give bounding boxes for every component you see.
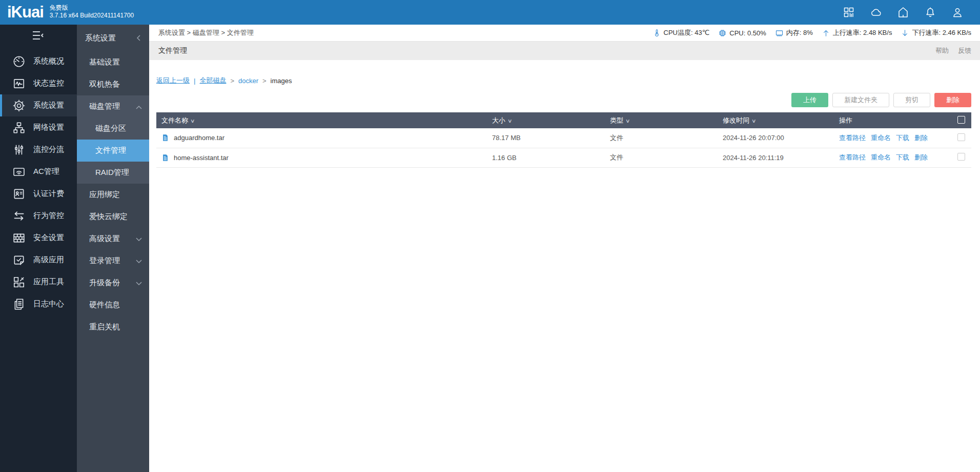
sidebar-item-security-settings[interactable]: 安全设置 (0, 227, 77, 249)
table-row: home-assistant.tar1.16 GB文件2024-11-26 20… (156, 148, 971, 167)
file-name: adguardhome.tar (174, 134, 224, 142)
build-label: 3.7.16 x64 Build202411141700 (50, 12, 134, 19)
bell-icon[interactable] (924, 6, 936, 18)
feedback-link[interactable]: 反馈 (958, 46, 971, 55)
file-name: home-assistant.tar (174, 154, 229, 162)
cut-button[interactable]: 剪切 (893, 93, 930, 107)
header-type[interactable]: 类型∨ (605, 112, 718, 128)
sidebar-item-status-monitor[interactable]: 状态监控 (0, 72, 77, 94)
sort-chevron-icon: ∨ (751, 118, 757, 124)
gear-icon (12, 99, 26, 112)
sidebar-item-flow-control[interactable]: 流控分流 (0, 139, 77, 161)
submenu-item-label: 应用绑定 (89, 190, 120, 200)
submenu-item-label: 磁盘分区 (95, 124, 126, 133)
gauge-icon (12, 55, 26, 68)
header-filename[interactable]: 文件名称∨ (156, 112, 487, 128)
submenu-item-upgrade-backup[interactable]: 升级备份 (77, 272, 149, 294)
sidebar-item-auth-billing[interactable]: 认证计费 (0, 183, 77, 205)
submenu-item-disk-partition[interactable]: 磁盘分区 (77, 117, 149, 140)
new-folder-button[interactable]: 新建文件夹 (832, 93, 889, 107)
rename-link[interactable]: 重命名 (871, 133, 891, 143)
file-icon (161, 133, 169, 142)
submenu-item-app-binding[interactable]: 应用绑定 (77, 184, 149, 206)
download-link[interactable]: 下载 (896, 153, 909, 162)
sidebar-item-log-center[interactable]: 日志中心 (0, 293, 77, 315)
submenu-item-disk-management[interactable]: 磁盘管理 (77, 95, 149, 117)
delete-link[interactable]: 删除 (914, 153, 928, 162)
submenu-item-file-management[interactable]: 文件管理 (77, 140, 149, 162)
submenu-item-login-management[interactable]: 登录管理 (77, 250, 149, 272)
home-icon[interactable] (897, 6, 909, 18)
submenu-item-raid-management[interactable]: RAID管理 (77, 162, 149, 184)
sidebar-item-network-settings[interactable]: 网络设置 (0, 116, 77, 139)
path-crumb-docker[interactable]: docker (238, 77, 258, 85)
cloud-icon[interactable] (870, 6, 882, 18)
status-text: CPU: 0.50% (729, 29, 766, 37)
sidebar-item-app-tools[interactable]: 应用工具 (0, 271, 77, 293)
memory-icon (775, 29, 784, 37)
header-mtime[interactable]: 修改时间∨ (718, 112, 834, 128)
submenu-item-label: 爱快云绑定 (89, 212, 128, 222)
sidebar-item-advanced-apps[interactable]: 高级应用 (0, 249, 77, 271)
table-row: adguardhome.tar78.17 MB文件2024-11-26 20:0… (156, 128, 971, 148)
row-checkbox[interactable] (957, 153, 965, 161)
row-checkbox[interactable] (957, 133, 965, 141)
swap-arrows-icon (12, 209, 26, 223)
submenu-item-hardware-info[interactable]: 硬件信息 (77, 294, 149, 316)
logs-icon (12, 298, 26, 311)
sidebar-collapse-button[interactable] (0, 25, 77, 46)
status-segment: 下行速率: 2.46 KB/s (901, 28, 971, 37)
submenu-item-label: RAID管理 (95, 168, 129, 178)
chevron-up-icon (136, 102, 142, 111)
view-path-link[interactable]: 查看路径 (839, 133, 866, 143)
submenu-item-dual-hot-standby[interactable]: 双机热备 (77, 73, 149, 95)
rename-link[interactable]: 重命名 (871, 153, 891, 162)
upload-button[interactable]: 上传 (791, 93, 828, 107)
submenu-item-basic-settings[interactable]: 基础设置 (77, 51, 149, 73)
top-bar: iKuai 免费版 3.7.16 x64 Build202411141700 (0, 0, 980, 25)
submenu-item-label: 硬件信息 (89, 300, 120, 310)
status-segment: 上行速率: 2.48 KB/s (822, 28, 892, 37)
cpu-chip-icon (718, 29, 727, 37)
user-icon[interactable] (951, 6, 964, 18)
firewall-icon (12, 231, 26, 245)
view-path-link[interactable]: 查看路径 (839, 153, 866, 162)
system-status-bar: CPU温度: 43℃CPU: 0.50%内存: 8%上行速率: 2.48 KB/… (652, 28, 971, 37)
sidebar-item-label: 流控分流 (33, 145, 64, 154)
sidebar-item-system-settings[interactable]: 系统设置 (0, 94, 77, 116)
file-type: 文件 (605, 148, 718, 167)
content: 返回上一级 | 全部磁盘>docker>images 上传 新建文件夹 剪切 删… (149, 60, 980, 472)
submenu-item-reboot-shutdown[interactable]: 重启关机 (77, 316, 149, 338)
submenu-item-advanced-settings[interactable]: 高级设置 (77, 228, 149, 250)
id-card-icon (12, 187, 26, 201)
select-all-checkbox[interactable] (957, 116, 965, 124)
apps-grid-icon[interactable] (843, 6, 855, 18)
page-title: 文件管理 (158, 46, 187, 55)
path-crumb-全部磁盘[interactable]: 全部磁盘 (199, 76, 226, 85)
delete-link[interactable]: 删除 (914, 133, 928, 143)
help-link[interactable]: 帮助 (935, 46, 949, 55)
sidebar-item-behavior-control[interactable]: 行为管控 (0, 205, 77, 227)
file-size: 78.17 MB (487, 128, 605, 148)
status-text: CPU温度: 43℃ (664, 28, 710, 37)
download-link[interactable]: 下载 (896, 133, 909, 143)
path-arrow: > (262, 77, 267, 85)
sidebar-item-label: 网络设置 (33, 123, 64, 132)
back-up-link[interactable]: 返回上一级 (156, 76, 190, 85)
submenu-item-label: 文件管理 (95, 146, 126, 155)
thermometer-icon (652, 29, 661, 37)
breadcrumb-bar: 系统设置 > 磁盘管理 > 文件管理 CPU温度: 43℃CPU: 0.50%内… (149, 25, 980, 42)
sidebar-item-system-overview[interactable]: 系统概况 (0, 50, 77, 72)
sidebar-item-label: 系统概况 (33, 56, 64, 66)
sidebar-item-label: 应用工具 (33, 277, 64, 287)
submenu-item-label: 双机热备 (89, 80, 120, 89)
sidebar-item-label: AC管理 (33, 167, 59, 176)
sidebar-item-ac-management[interactable]: AC管理 (0, 161, 77, 183)
chevron-down-icon (136, 234, 142, 243)
delete-button[interactable]: 删除 (934, 93, 971, 107)
chevron-left-icon[interactable] (136, 34, 142, 43)
submenu-item-ikuai-cloud-binding[interactable]: 爱快云绑定 (77, 206, 149, 228)
main-area: 系统设置 > 磁盘管理 > 文件管理 CPU温度: 43℃CPU: 0.50%内… (149, 25, 980, 472)
header-size[interactable]: 大小∨ (487, 112, 605, 128)
breadcrumb: 系统设置 > 磁盘管理 > 文件管理 (158, 28, 254, 37)
